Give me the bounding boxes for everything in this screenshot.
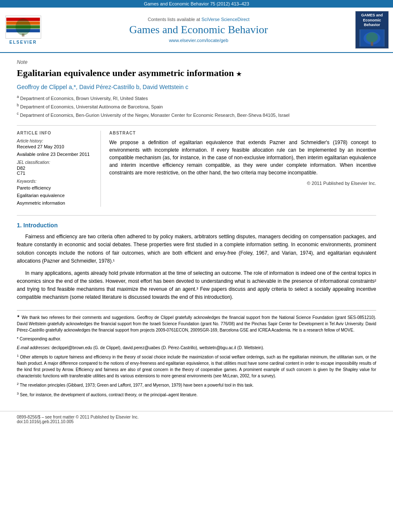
footnote-2: 2 The revelation principles (Gibbard, 19… <box>17 382 376 388</box>
copyright-line: © 2011 Published by Elsevier Inc. <box>109 181 376 186</box>
journal-website: www.elsevier.com/locate/geb <box>46 38 351 43</box>
journal-citation: Games and Economic Behavior 75 (2012) 41… <box>144 1 249 6</box>
abstract-column: ABSTRACT We propose a definition of egal… <box>109 131 376 207</box>
footnote-3: 3 See, for instance, the development of … <box>17 391 376 398</box>
authors-line: Geoffroy de Clippel a,*, David Pérez-Cas… <box>17 84 376 90</box>
footnote-corresponding: * Corresponding author. <box>17 336 376 342</box>
footnote-1: 1 Other attempts to capture fairness and… <box>17 353 376 379</box>
article-title: Egalitarian equivalence under asymmetric… <box>17 67 376 79</box>
affiliation-a: a Department of Economics, Brown Univers… <box>17 94 376 102</box>
keyword-3: Asymmetric information <box>17 200 94 207</box>
elsevier-tree-icon <box>6 18 40 37</box>
article-info-column: ARTICLE INFO Article history: Received 2… <box>17 131 101 207</box>
keyword-1: Pareto efficiency <box>17 184 94 192</box>
journal-title: Games and Economic Behavior <box>46 24 351 36</box>
article-info-heading: ARTICLE INFO <box>17 131 94 135</box>
article-type-label: Note <box>17 59 376 65</box>
elsevier-logo: ELSEVIER <box>4 16 42 45</box>
journal-title-area: Contents lists available at SciVerse Sci… <box>46 17 351 43</box>
intro-paragraph-2: In many applications, agents already hol… <box>17 269 376 302</box>
affiliations: a Department of Economics, Brown Univers… <box>17 94 376 119</box>
journal-logo-svg <box>361 30 384 47</box>
svg-rect-6 <box>22 34 24 37</box>
introduction-heading: 1. Introduction <box>17 222 376 229</box>
journal-logo-graphic <box>359 29 385 47</box>
elsevier-logo-image <box>5 16 41 39</box>
jel-label: JEL classification: <box>17 160 94 165</box>
footnote-star: ★ We thank two referees for their commen… <box>17 314 376 333</box>
history-label: Article history: <box>17 139 94 143</box>
sciverse-line: Contents lists available at SciVerse Sci… <box>46 17 351 22</box>
keywords-label: Keywords: <box>17 179 94 184</box>
svg-point-5 <box>16 18 31 35</box>
sciverse-link[interactable]: SciVerse ScienceDirect <box>201 17 249 22</box>
doi-line: doi:10.1016/j.geb.2011.10.005 <box>17 419 376 424</box>
section-separator <box>17 215 376 216</box>
affiliation-c: c Department of Economics, Ben-Gurion Un… <box>17 111 376 119</box>
keyword-2: Egalitarian equivalence <box>17 192 94 200</box>
received-date: Received 27 May 2010 <box>17 144 94 149</box>
abstract-text: We propose a definition of egalitarian e… <box>109 139 376 176</box>
svg-point-10 <box>366 32 378 42</box>
bottom-bar: 0899-8256/$ – see front matter © 2011 Pu… <box>0 411 393 427</box>
journal-header: ELSEVIER Contents lists available at Sci… <box>0 8 393 53</box>
journal-citation-bar: Games and Economic Behavior 75 (2012) 41… <box>0 0 393 8</box>
article-container: Note Egalitarian equivalence under asymm… <box>0 53 393 407</box>
elsevier-wordmark: ELSEVIER <box>9 40 37 45</box>
issn-line: 0899-8256/$ – see front matter © 2011 Pu… <box>17 415 376 419</box>
journal-logo-title: GAMES and Economic Behavior <box>361 13 383 28</box>
jel-codes: D82C71 <box>17 166 94 176</box>
journal-logo-box: GAMES and Economic Behavior <box>355 11 389 49</box>
footnote-emails: E-mail addresses: declippel@brown.edu (G… <box>17 345 376 351</box>
article-info-abstract-row: ARTICLE INFO Article history: Received 2… <box>17 125 376 207</box>
affiliation-b: b Department of Economics, Universitat A… <box>17 102 376 111</box>
intro-paragraph-1: Fairness and efficiency are two criteria… <box>17 233 376 265</box>
footnotes-section: ★ We thank two referees for their commen… <box>17 310 376 398</box>
abstract-heading: ABSTRACT <box>109 131 376 135</box>
available-date: Available online 23 December 2011 <box>17 152 94 157</box>
